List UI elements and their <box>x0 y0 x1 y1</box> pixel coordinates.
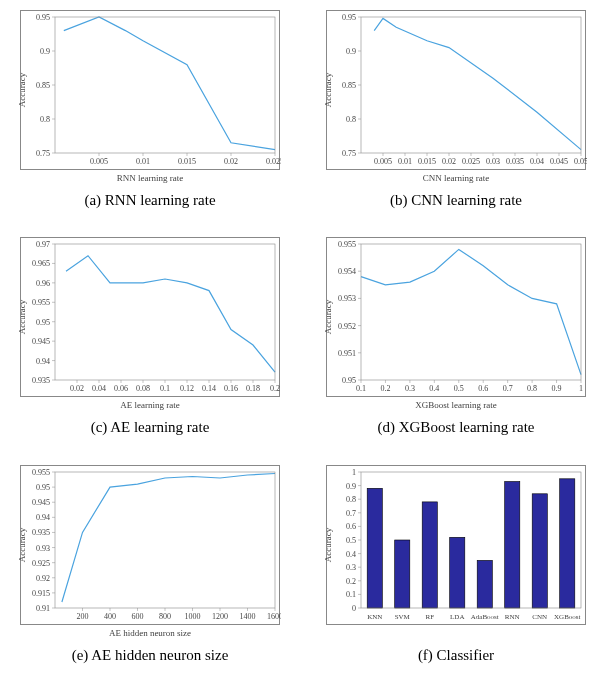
svg-text:1: 1 <box>352 468 356 477</box>
svg-rect-195 <box>532 493 547 607</box>
subplot-c: 0.9350.940.9450.950.9550.960.9650.970.02… <box>10 237 290 450</box>
svg-text:0.04: 0.04 <box>530 157 544 166</box>
svg-text:0.04: 0.04 <box>92 384 106 393</box>
chart-c-svg: 0.9350.940.9450.950.9550.960.9650.970.02… <box>21 238 281 398</box>
svg-text:0.14: 0.14 <box>202 384 216 393</box>
svg-text:0.951: 0.951 <box>338 349 356 358</box>
plot-a: 0.750.80.850.90.950.0050.010.0150.020.02… <box>20 10 280 170</box>
svg-text:0.925: 0.925 <box>32 558 50 567</box>
caption-c: (c) AE learning rate <box>91 419 210 436</box>
svg-text:1600: 1600 <box>267 612 281 621</box>
svg-text:0.945: 0.945 <box>32 498 50 507</box>
subplot-b: 0.750.80.850.90.950.0050.010.0150.020.02… <box>316 10 596 223</box>
subplot-f: 00.10.20.30.40.50.60.70.80.91KNNSVMRFLDA… <box>316 465 596 678</box>
svg-text:0.915: 0.915 <box>32 589 50 598</box>
caption-e: (e) AE hidden neuron size <box>72 647 229 664</box>
svg-text:0.01: 0.01 <box>136 157 150 166</box>
svg-text:0.02: 0.02 <box>224 157 238 166</box>
caption-f: (f) Classifier <box>418 647 494 664</box>
svg-text:0.01: 0.01 <box>398 157 412 166</box>
subplot-e: 0.910.9150.920.9250.930.9350.940.9450.95… <box>10 465 290 678</box>
svg-text:600: 600 <box>132 612 144 621</box>
svg-rect-196 <box>560 478 575 607</box>
chart-d-svg: 0.950.9510.9520.9530.9540.9550.10.20.30.… <box>327 238 587 398</box>
svg-text:0.96: 0.96 <box>36 279 50 288</box>
svg-text:0.18: 0.18 <box>246 384 260 393</box>
svg-text:0.85: 0.85 <box>36 81 50 90</box>
svg-text:0.954: 0.954 <box>338 268 356 277</box>
svg-rect-191 <box>422 502 437 608</box>
svg-rect-88 <box>55 244 275 380</box>
svg-text:0.12: 0.12 <box>180 384 194 393</box>
svg-text:0.2: 0.2 <box>270 384 280 393</box>
svg-text:0.955: 0.955 <box>32 468 50 477</box>
svg-text:0.02: 0.02 <box>70 384 84 393</box>
svg-text:0.91: 0.91 <box>36 604 50 613</box>
svg-text:0.7: 0.7 <box>346 508 356 517</box>
svg-text:0.05: 0.05 <box>574 157 587 166</box>
svg-text:0.02: 0.02 <box>442 157 456 166</box>
svg-text:0.93: 0.93 <box>36 543 50 552</box>
svg-text:0.025: 0.025 <box>462 157 480 166</box>
svg-text:0.9: 0.9 <box>552 384 562 393</box>
svg-text:0.75: 0.75 <box>342 149 356 158</box>
svg-text:0.8: 0.8 <box>527 384 537 393</box>
svg-text:0.75: 0.75 <box>36 149 50 158</box>
svg-text:0.95: 0.95 <box>342 13 356 22</box>
svg-text:0.95: 0.95 <box>36 13 50 22</box>
plot-f: 00.10.20.30.40.50.60.70.80.91KNNSVMRFLDA… <box>326 465 586 625</box>
svg-text:0.1: 0.1 <box>346 590 356 599</box>
svg-text:RNN: RNN <box>505 613 520 621</box>
svg-text:0.94: 0.94 <box>36 357 50 366</box>
svg-text:LDA: LDA <box>450 613 464 621</box>
svg-text:0.955: 0.955 <box>32 299 50 308</box>
svg-text:0.06: 0.06 <box>114 384 128 393</box>
svg-text:400: 400 <box>104 612 116 621</box>
ylabel-d: Accuracy <box>323 300 333 334</box>
svg-text:0.5: 0.5 <box>454 384 464 393</box>
svg-text:0.965: 0.965 <box>32 260 50 269</box>
svg-text:0.8: 0.8 <box>346 115 356 124</box>
svg-text:0.95: 0.95 <box>342 376 356 385</box>
svg-rect-20 <box>55 17 275 153</box>
svg-text:0.953: 0.953 <box>338 295 356 304</box>
svg-text:0.6: 0.6 <box>346 522 356 531</box>
svg-text:0.9: 0.9 <box>40 47 50 56</box>
svg-text:AdaBoost: AdaBoost <box>471 613 499 621</box>
ylabel-b: Accuracy <box>323 73 333 107</box>
svg-rect-197 <box>361 472 581 608</box>
svg-text:1400: 1400 <box>240 612 256 621</box>
svg-text:0.935: 0.935 <box>32 376 50 385</box>
xlabel-a: RNN learning rate <box>117 173 183 183</box>
chart-f-svg: 00.10.20.30.40.50.60.70.80.91KNNSVMRFLDA… <box>327 466 587 626</box>
svg-text:0.2: 0.2 <box>346 576 356 585</box>
svg-text:0.94: 0.94 <box>36 513 50 522</box>
svg-text:SVM: SVM <box>395 613 411 621</box>
svg-text:0.1: 0.1 <box>160 384 170 393</box>
svg-text:800: 800 <box>159 612 171 621</box>
svg-text:0.5: 0.5 <box>346 536 356 545</box>
svg-text:1000: 1000 <box>185 612 201 621</box>
svg-text:0.4: 0.4 <box>346 549 356 558</box>
subplot-a: 0.750.80.850.90.950.0050.010.0150.020.02… <box>10 10 290 223</box>
plot-b: 0.750.80.850.90.950.0050.010.0150.020.02… <box>326 10 586 170</box>
ylabel-c: Accuracy <box>17 300 27 334</box>
svg-rect-51 <box>361 17 581 153</box>
svg-text:0.97: 0.97 <box>36 240 50 249</box>
svg-rect-194 <box>505 481 520 608</box>
svg-text:1200: 1200 <box>212 612 228 621</box>
svg-text:0.3: 0.3 <box>405 384 415 393</box>
ylabel-e: Accuracy <box>17 527 27 561</box>
svg-text:0.045: 0.045 <box>550 157 568 166</box>
svg-text:0.9: 0.9 <box>346 47 356 56</box>
svg-text:0.035: 0.035 <box>506 157 524 166</box>
svg-text:0: 0 <box>352 604 356 613</box>
svg-text:0.16: 0.16 <box>224 384 238 393</box>
svg-text:0.8: 0.8 <box>346 495 356 504</box>
caption-a: (a) RNN learning rate <box>84 192 215 209</box>
ylabel-a: Accuracy <box>17 73 27 107</box>
svg-text:0.4: 0.4 <box>429 384 439 393</box>
svg-text:0.005: 0.005 <box>90 157 108 166</box>
svg-rect-192 <box>450 537 465 608</box>
svg-text:0.8: 0.8 <box>40 115 50 124</box>
